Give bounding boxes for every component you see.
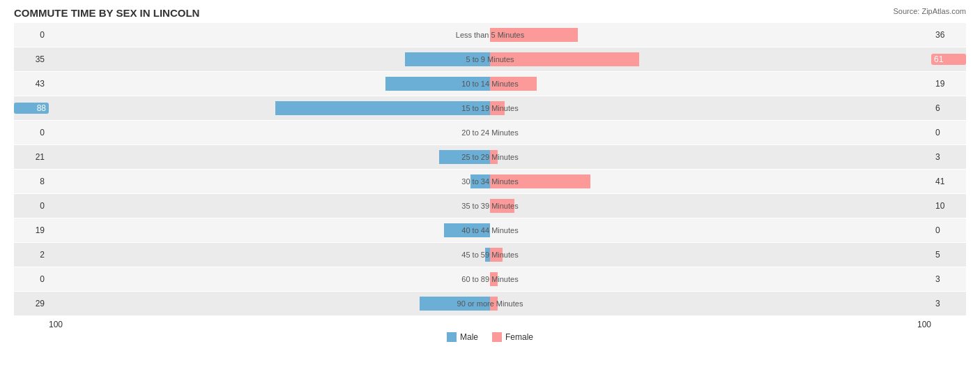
female-bar-wrap [490,272,498,286]
male-bar-wrap [275,101,490,115]
chart-row: 0Less than 5 Minutes36 [14,23,966,47]
legend-female-box [492,332,502,342]
bars-center: 40 to 44 Minutes [49,218,931,242]
male-bar-wrap [405,52,491,66]
male-value: 8 [14,177,49,186]
male-bar-wrap [385,77,491,91]
female-value: 3 [931,299,966,308]
bars-center: 15 to 19 Minutes [49,96,931,120]
female-value: 3 [931,152,966,162]
chart-row: 830 to 34 Minutes41 [14,170,966,193]
chart-title: COMMUTE TIME BY SEX IN LINCOLN [14,7,966,19]
chart-row: 2990 or more Minutes3 [14,292,966,315]
legend-female: Female [492,332,533,342]
bars-center: 30 to 34 Minutes [49,170,931,193]
female-bar-wrap [490,174,590,188]
source-label: Source: ZipAtlas.com [893,7,966,15]
row-label: 20 to 24 Minutes [461,128,518,137]
male-value: 0 [14,274,49,284]
chart-row: 4310 to 14 Minutes19 [14,72,966,96]
axis-right: 100 [917,320,931,329]
female-value: 10 [931,201,966,211]
male-value: 0 [14,128,49,137]
chart-row: 060 to 89 Minutes3 [14,267,966,291]
bars-center: 20 to 24 Minutes [49,121,931,144]
male-value: 88 [14,103,49,114]
female-bar-wrap [490,28,578,42]
female-value: 19 [931,79,966,89]
legend: Male Female [14,332,966,342]
male-value: 35 [14,54,49,64]
chart-row: 8815 to 19 Minutes6 [14,96,966,120]
female-value: 61 [931,54,966,65]
male-value: 43 [14,79,49,89]
female-value: 3 [931,274,966,284]
bars-center: 90 or more Minutes [49,292,931,315]
axis-left: 100 [49,320,63,329]
male-value: 21 [14,152,49,162]
chart-row: 1940 to 44 Minutes0 [14,218,966,242]
chart-row: 2125 to 29 Minutes3 [14,145,966,169]
male-bar-wrap [444,223,491,237]
bars-center: 5 to 9 Minutes [49,47,931,71]
chart-row: 355 to 9 Minutes61 [14,47,966,71]
male-bar-wrap [470,174,490,188]
male-bar-wrap [439,150,491,164]
female-value: 0 [931,128,966,137]
male-value: 29 [14,299,49,308]
chart-row: 245 to 59 Minutes5 [14,243,966,267]
chart-row: 035 to 39 Minutes10 [14,194,966,218]
female-bar-wrap [490,199,514,213]
male-value: 19 [14,225,49,235]
legend-male: Male [447,332,478,342]
female-bar-wrap [490,52,639,66]
legend-male-box [447,332,457,342]
female-bar-wrap [490,248,503,262]
bars-center: 45 to 59 Minutes [49,243,931,267]
female-bar-wrap [490,150,498,164]
chart-container: COMMUTE TIME BY SEX IN LINCOLN Source: Z… [0,0,980,365]
male-value: 2 [14,250,49,260]
female-value: 6 [931,103,966,113]
female-value: 41 [931,177,966,186]
male-bar-wrap [485,248,490,262]
female-bar-wrap [490,297,498,311]
bars-center: 25 to 29 Minutes [49,145,931,169]
male-bar-wrap [420,297,491,311]
bars-center: 35 to 39 Minutes [49,194,931,218]
chart-row: 020 to 24 Minutes0 [14,121,966,144]
legend-male-label: Male [460,332,478,342]
axis-labels: 100 100 [14,320,966,329]
female-value: 0 [931,225,966,235]
bars-center: Less than 5 Minutes [49,23,931,47]
female-value: 5 [931,250,966,260]
male-value: 0 [14,30,49,40]
legend-female-label: Female [505,332,533,342]
female-value: 36 [931,30,966,40]
female-bar-wrap [490,101,505,115]
female-bar-wrap [490,77,537,91]
male-value: 0 [14,201,49,211]
bars-center: 10 to 14 Minutes [49,72,931,96]
bars-center: 60 to 89 Minutes [49,267,931,291]
chart-area: 0Less than 5 Minutes36355 to 9 Minutes61… [14,23,966,318]
